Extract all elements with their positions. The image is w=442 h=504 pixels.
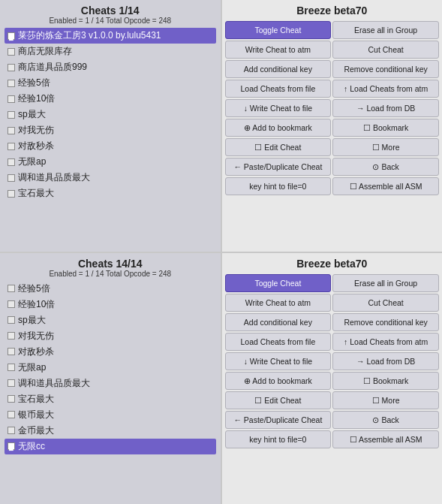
checkbox-icon bbox=[8, 127, 15, 134]
top-right-btn-grid: Toggle CheatErase all in GroupWrite Chea… bbox=[222, 20, 443, 197]
list-item[interactable]: 经验5倍 bbox=[5, 281, 216, 297]
checkbox-icon bbox=[8, 348, 15, 355]
list-item[interactable]: 商店道具品质999 bbox=[5, 59, 216, 75]
cheat-label: 经验10倍 bbox=[18, 92, 55, 105]
cheat-label: 无限ap bbox=[18, 361, 46, 374]
top-right-panel: Breeze beta70 Toggle CheatErase all in G… bbox=[222, 0, 443, 252]
back-2-button[interactable]: ⊙ Back bbox=[332, 411, 439, 429]
list-item[interactable]: sp最大 bbox=[5, 107, 216, 122]
list-item[interactable]: 无限ap bbox=[5, 154, 216, 170]
load-from-db-button[interactable]: → Load from DB bbox=[332, 99, 439, 117]
cheat-label: 对敌秒杀 bbox=[18, 140, 54, 152]
checkbox-icon bbox=[8, 143, 15, 150]
list-item[interactable]: 宝石最大 bbox=[5, 186, 216, 201]
list-item[interactable]: 对敌秒杀 bbox=[5, 344, 216, 360]
list-item[interactable]: 调和道具品质最大 bbox=[5, 376, 216, 391]
list-item[interactable]: ■莱莎的炼金工房3 v1.0.0 by.lulu5431 bbox=[5, 28, 216, 44]
more-button[interactable]: ☐ More bbox=[332, 138, 439, 156]
checkbox-icon bbox=[8, 395, 15, 403]
key-hint-2-button[interactable]: key hint to file=0 bbox=[225, 430, 332, 448]
checkbox-icon bbox=[8, 300, 15, 308]
key-hint-button[interactable]: key hint to file=0 bbox=[225, 177, 332, 195]
checkbox-icon bbox=[8, 427, 15, 434]
toggle-cheat-button[interactable]: Toggle Cheat bbox=[225, 21, 332, 39]
write-cheat-atm-2-button[interactable]: Write Cheat to atm bbox=[225, 294, 332, 312]
cheat-label: sp最大 bbox=[18, 108, 46, 121]
list-item[interactable]: ■无限cc bbox=[5, 439, 216, 454]
checkbox-icon bbox=[8, 379, 15, 387]
list-item[interactable]: 对我无伤 bbox=[5, 122, 216, 138]
bottom-left-cheat-list: 经验5倍经验10倍sp最大对我无伤对敌秒杀无限ap调和道具品质最大宝石最大银币最… bbox=[5, 281, 216, 454]
remove-conditional-key-button[interactable]: Remove conditional key bbox=[332, 60, 439, 78]
add-conditional-key-button[interactable]: Add conditional key bbox=[225, 60, 332, 78]
cheat-label: 莱莎的炼金工房3 v1.0.0 by.lulu5431 bbox=[18, 29, 161, 42]
assemble-asm-button[interactable]: ☐ Assemble all ASM bbox=[332, 177, 439, 195]
edit-cheat-button[interactable]: ☐ Edit Cheat bbox=[225, 138, 332, 156]
top-left-title: Cheats 1/14 bbox=[5, 5, 216, 17]
checkbox-icon bbox=[8, 190, 15, 198]
assemble-asm-2-button[interactable]: ☐ Assemble all ASM bbox=[332, 430, 439, 448]
cut-cheat-2-button[interactable]: Cut Cheat bbox=[332, 294, 439, 312]
load-cheats-atm-button[interactable]: ↑ Load Cheats from atm bbox=[332, 80, 439, 98]
cheat-label: 经验10倍 bbox=[18, 298, 55, 311]
checkbox-icon bbox=[8, 316, 15, 324]
list-item[interactable]: 经验5倍 bbox=[5, 75, 216, 91]
cut-cheat-button[interactable]: Cut Cheat bbox=[332, 41, 439, 59]
top-left-subtitle: Enabled = 1 / 14 Total Opcode = 248 bbox=[5, 17, 216, 25]
paste-cheat-button[interactable]: ← Paste/Duplicate Cheat bbox=[225, 158, 332, 176]
list-item[interactable]: 宝石最大 bbox=[5, 391, 216, 407]
bottom-right-title: Breeze beta70 bbox=[222, 253, 443, 273]
cheat-label: 经验5倍 bbox=[18, 282, 50, 295]
checkbox-icon bbox=[8, 174, 15, 182]
top-left-cheat-list: ■莱莎的炼金工房3 v1.0.0 by.lulu5431商店无限库存商店道具品质… bbox=[5, 28, 216, 201]
load-cheats-file-button[interactable]: Load Cheats from file bbox=[225, 80, 332, 98]
cheat-label: 无限cc bbox=[18, 440, 45, 453]
erase-all-group-button[interactable]: Erase all in Group bbox=[332, 21, 439, 39]
list-item[interactable]: 商店无限库存 bbox=[5, 44, 216, 59]
remove-conditional-key-2-button[interactable]: Remove conditional key bbox=[332, 313, 439, 331]
cheat-label: 调和道具品质最大 bbox=[18, 171, 90, 184]
list-item[interactable]: 金币最大 bbox=[5, 423, 216, 439]
cheat-label: 对我无伤 bbox=[18, 330, 54, 343]
list-item[interactable]: 经验10倍 bbox=[5, 91, 216, 107]
write-cheat-file-2-button[interactable]: ↓ Write Cheat to file bbox=[225, 352, 332, 370]
edit-cheat-2-button[interactable]: ☐ Edit Cheat bbox=[225, 391, 332, 409]
cheat-label: 调和道具品质最大 bbox=[18, 377, 90, 390]
top-right-title: Breeze beta70 bbox=[222, 0, 443, 20]
list-item[interactable]: 银币最大 bbox=[5, 407, 216, 423]
checkbox-icon bbox=[8, 80, 15, 87]
write-cheat-file-button[interactable]: ↓ Write Cheat to file bbox=[225, 99, 332, 117]
checkbox-icon bbox=[8, 48, 15, 56]
load-cheats-atm-2-button[interactable]: ↑ Load Cheats from atm bbox=[332, 333, 439, 351]
bookmark-button[interactable]: ☐ Bookmark bbox=[332, 119, 439, 137]
add-conditional-key-2-button[interactable]: Add conditional key bbox=[225, 313, 332, 331]
erase-all-group-2-button[interactable]: Erase all in Group bbox=[332, 274, 439, 292]
load-from-db-2-button[interactable]: → Load from DB bbox=[332, 352, 439, 370]
checkbox-icon bbox=[8, 285, 15, 292]
bottom-right-panel: Breeze beta70 Toggle CheatErase all in G… bbox=[222, 253, 443, 505]
paste-cheat-2-button[interactable]: ← Paste/Duplicate Cheat bbox=[225, 411, 332, 429]
cheat-label: 对我无伤 bbox=[18, 124, 54, 137]
checkbox-icon bbox=[8, 411, 15, 418]
list-item[interactable]: 对我无伤 bbox=[5, 328, 216, 344]
back-button[interactable]: ⊙ Back bbox=[332, 158, 439, 176]
list-item[interactable]: sp最大 bbox=[5, 312, 216, 328]
cheat-label: 宝石最大 bbox=[18, 187, 54, 200]
checkbox-icon bbox=[8, 158, 15, 166]
more-2-button[interactable]: ☐ More bbox=[332, 391, 439, 409]
load-cheats-file-2-button[interactable]: Load Cheats from file bbox=[225, 333, 332, 351]
list-item[interactable]: 调和道具品质最大 bbox=[5, 170, 216, 186]
add-bookmark-button[interactable]: ⊕ Add to bookmark bbox=[225, 119, 332, 137]
bottom-left-title: Cheats 14/14 bbox=[5, 258, 216, 270]
add-bookmark-2-button[interactable]: ⊕ Add to bookmark bbox=[225, 372, 332, 390]
list-item[interactable]: 无限ap bbox=[5, 360, 216, 376]
cheat-label: 金币最大 bbox=[18, 424, 54, 437]
cheat-label: 经验5倍 bbox=[18, 77, 50, 89]
toggle-cheat-2-button[interactable]: Toggle Cheat bbox=[225, 274, 332, 292]
write-cheat-atm-button[interactable]: Write Cheat to atm bbox=[225, 41, 332, 59]
list-item[interactable]: 对敌秒杀 bbox=[5, 138, 216, 154]
cheat-label: 对敌秒杀 bbox=[18, 346, 54, 358]
list-item[interactable]: 经验10倍 bbox=[5, 297, 216, 312]
bookmark-2-button[interactable]: ☐ Bookmark bbox=[332, 372, 439, 390]
checkbox-icon bbox=[8, 111, 15, 119]
